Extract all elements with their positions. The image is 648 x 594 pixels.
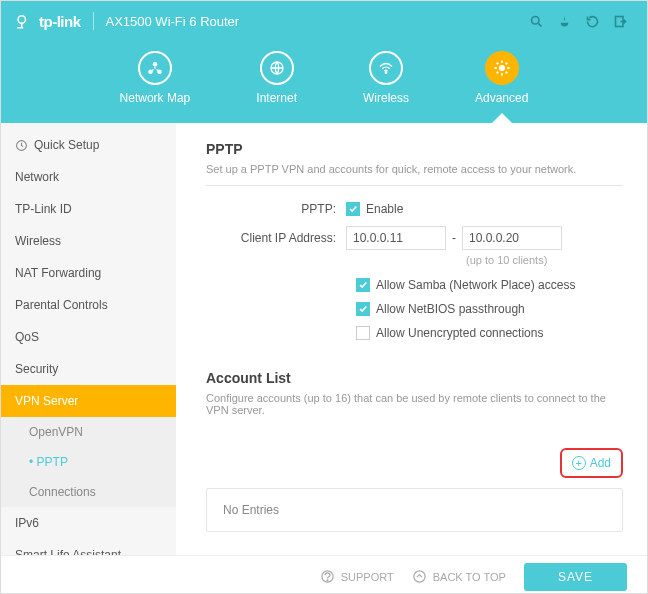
hint-clients: (up to 10 clients) [466,254,623,266]
reboot-icon[interactable] [579,8,605,34]
section-desc-accounts: Configure accounts (up to 16) that can b… [206,392,623,426]
save-button[interactable]: SAVE [524,563,627,591]
section-desc-pptp: Set up a PPTP VPN and accounts for quick… [206,163,623,186]
sidebar-item-ipv6[interactable]: IPv6 [1,507,176,539]
sidebar-item-wireless[interactable]: Wireless [1,225,176,257]
tab-advanced[interactable]: Advanced [475,51,528,105]
svg-point-0 [18,16,26,24]
checkbox-unencrypted[interactable] [356,326,370,340]
sidebar-sub-pptp[interactable]: • PPTP [1,447,176,477]
sidebar-item-vpn-server[interactable]: VPN Server [1,385,176,417]
checkbox-enable[interactable] [346,202,360,216]
svg-point-12 [414,571,425,582]
support-button[interactable]: SUPPORT [320,569,394,584]
svg-point-8 [499,65,505,71]
sidebar-item-tplink-id[interactable]: TP-Link ID [1,193,176,225]
tab-wireless[interactable]: Wireless [363,51,409,105]
sidebar-item-network[interactable]: Network [1,161,176,193]
sidebar-item-quick-setup[interactable]: Quick Setup [1,129,176,161]
input-ip-start[interactable] [346,226,446,250]
tab-internet[interactable]: Internet [256,51,297,105]
sidebar: Quick Setup Network TP-Link ID Wireless … [1,123,176,555]
svg-point-3 [153,62,158,67]
svg-point-7 [385,72,387,74]
brand-logo: tp-link [15,12,81,30]
section-title-pptp: PPTP [206,141,623,157]
plus-icon: + [572,456,586,470]
search-icon[interactable] [523,8,549,34]
svg-point-1 [531,16,539,24]
label-client-ip: Client IP Address: [206,231,346,245]
input-ip-end[interactable] [462,226,562,250]
checkbox-netbios[interactable] [356,302,370,316]
sidebar-item-parental[interactable]: Parental Controls [1,289,176,321]
sidebar-sub-openvpn[interactable]: OpenVPN [1,417,176,447]
sidebar-item-security[interactable]: Security [1,353,176,385]
brand-text: tp-link [39,13,81,30]
label-pptp: PPTP: [206,202,346,216]
sidebar-sub-connections[interactable]: Connections [1,477,176,507]
back-to-top-button[interactable]: BACK TO TOP [412,569,506,584]
sidebar-item-smart-life[interactable]: Smart Life Assistant [1,539,176,555]
sidebar-item-qos[interactable]: QoS [1,321,176,353]
sidebar-item-nat[interactable]: NAT Forwarding [1,257,176,289]
section-title-accounts: Account List [206,370,623,386]
logout-icon[interactable] [607,8,633,34]
svg-point-11 [327,580,328,581]
led-icon[interactable] [551,8,577,34]
product-name: AX1500 Wi-Fi 6 Router [106,14,240,29]
accounts-table-empty: No Entries [206,488,623,532]
add-button[interactable]: + Add [564,452,619,474]
checkbox-samba[interactable] [356,278,370,292]
tab-network-map[interactable]: Network Map [120,51,191,105]
